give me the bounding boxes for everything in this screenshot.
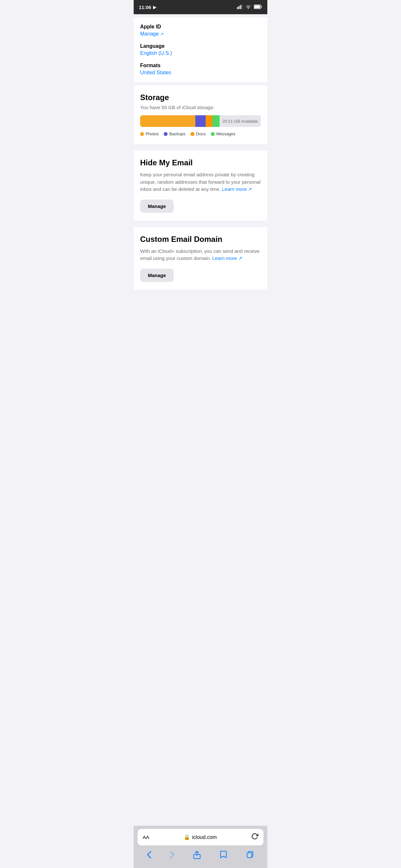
hide-email-manage-button[interactable]: Manage [140, 199, 174, 213]
storage-bar-available: 20.51 GB Available [220, 115, 261, 127]
custom-domain-manage-button[interactable]: Manage [140, 269, 174, 282]
legend-label-docs: Docs [196, 131, 206, 136]
language-label: Language [140, 43, 261, 49]
custom-domain-title: Custom Email Domain [140, 235, 261, 244]
apple-id-section: Apple ID Manage ↗ Language English (U.S.… [134, 18, 267, 82]
svg-rect-6 [261, 6, 262, 7]
svg-rect-0 [237, 7, 238, 9]
status-right [237, 4, 262, 10]
apple-id-manage-link[interactable]: Manage ↗ [140, 31, 261, 37]
spacer-2 [134, 147, 267, 151]
status-bar: 11:06 ▶ [134, 0, 267, 14]
storage-bar-messages [212, 115, 219, 127]
manage-arrow-icon: ↗ [160, 32, 164, 36]
storage-subtitle: You have 50 GB of iCloud storage. [140, 104, 261, 110]
legend-dot-photos [140, 132, 144, 136]
status-left: 11:06 ▶ [139, 4, 156, 10]
svg-rect-3 [242, 4, 243, 9]
bottom-spacer [134, 290, 267, 329]
top-spacer [134, 14, 267, 18]
status-time: 11:06 [139, 4, 151, 10]
svg-rect-1 [239, 6, 240, 9]
legend-label-messages: Messages [216, 131, 235, 136]
storage-section: Storage You have 50 GB of iCloud storage… [134, 85, 267, 144]
legend-messages: Messages [211, 131, 235, 136]
custom-domain-description: With an iCloud+ subscription, you can se… [140, 248, 261, 262]
storage-legend: Photos Backups Docs Messages [140, 131, 261, 136]
wifi-icon [245, 4, 251, 10]
formats-value[interactable]: United States [140, 70, 261, 75]
legend-label-photos: Photos [146, 131, 158, 136]
custom-domain-learn-more[interactable]: Learn more ↗ [212, 255, 243, 261]
legend-photos: Photos [140, 131, 158, 136]
signal-icon [237, 4, 243, 10]
spacer-3 [134, 224, 267, 227]
storage-bar-photos [140, 115, 195, 127]
legend-dot-backups [164, 132, 167, 136]
location-icon: ▶ [153, 5, 156, 10]
hide-email-section: Hide My Email Keep your personal email a… [134, 151, 267, 221]
storage-bar-backups [195, 115, 206, 127]
spacer-1 [134, 82, 267, 85]
storage-bar-docs [206, 115, 212, 127]
hide-email-description: Keep your personal email address private… [140, 171, 261, 193]
hide-email-title: Hide My Email [140, 158, 261, 167]
custom-domain-arrow-icon: ↗ [238, 255, 243, 261]
storage-bar: 20.51 GB Available [140, 115, 261, 127]
custom-domain-section: Custom Email Domain With an iCloud+ subs… [134, 227, 267, 290]
language-value[interactable]: English (U.S.) [140, 51, 261, 56]
hide-email-learn-more[interactable]: Learn more ↗ [222, 186, 252, 192]
svg-rect-2 [240, 5, 241, 9]
formats-label: Formats [140, 63, 261, 68]
apple-id-label: Apple ID [140, 24, 261, 30]
legend-dot-docs [190, 132, 194, 136]
legend-dot-messages [211, 132, 215, 136]
learn-more-arrow-icon: ↗ [248, 186, 252, 192]
storage-title: Storage [140, 93, 261, 102]
legend-docs: Docs [190, 131, 206, 136]
legend-backups: Backups [164, 131, 185, 136]
svg-rect-5 [254, 5, 260, 8]
legend-label-backups: Backups [169, 131, 185, 136]
battery-icon [254, 4, 262, 10]
